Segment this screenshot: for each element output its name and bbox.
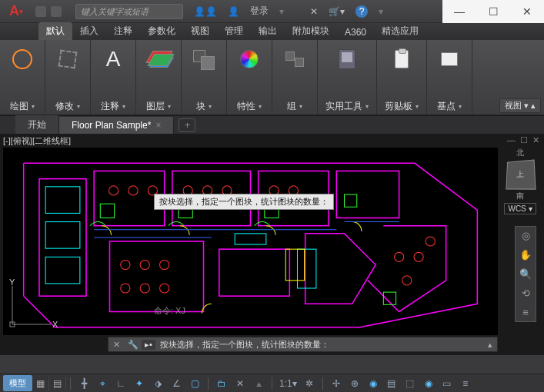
units-icon[interactable]: ◉ [364, 376, 382, 391]
panel-draw[interactable]: 绘图 [0, 40, 45, 115]
workspace-icon[interactable]: ✢ [327, 376, 345, 391]
layout-grid-icon[interactable]: ▦ [32, 377, 49, 390]
command-echo: 命令: XJ [154, 305, 185, 317]
showmotion-icon[interactable]: ≡ [522, 307, 529, 318]
cmdline-prompt-icon: ▸• [142, 340, 155, 350]
viewcube-face[interactable]: 上 [506, 160, 536, 190]
group-icon [285, 51, 304, 67]
close-icon[interactable]: × [155, 120, 161, 131]
orbit-icon[interactable]: ⟲ [522, 287, 530, 299]
ortho-toggle[interactable]: ∟ [112, 376, 130, 391]
quick-access-toolbar[interactable] [35, 6, 62, 17]
cmdline-history-icon[interactable]: ▴ [483, 340, 497, 350]
anno-toggle[interactable]: ✲ [300, 376, 319, 391]
snap-toggle[interactable]: ⌖ [93, 376, 112, 391]
tab-default[interactable]: 默认 [38, 22, 72, 40]
ribbon: 绘图 修改 A注释 图层 块 特性 组 实用工具 剪贴板 基点 视图 ▾ ▴ [0, 40, 544, 115]
tab-manage[interactable]: 管理 [217, 22, 251, 40]
file-tab-add[interactable]: + [179, 118, 195, 132]
cmdline-close-icon[interactable]: ✕ [108, 340, 125, 350]
tab-output[interactable]: 输出 [251, 22, 285, 40]
ribbon-view-dropdown[interactable]: 视图 ▾ ▴ [499, 98, 541, 113]
model-tab[interactable]: 模型 [3, 375, 32, 391]
command-line[interactable]: ✕ 🔧 ▸• 按块选择，指定一个图块，统计图块的数量： ▴ [108, 337, 498, 352]
block-icon [193, 50, 215, 68]
cmdline-config-icon[interactable]: 🔧 [125, 340, 142, 350]
tab-addins[interactable]: 附加模块 [285, 22, 337, 40]
customize-icon[interactable]: ≡ [456, 376, 475, 391]
lineweight-toggle[interactable]: 🗀 [212, 376, 231, 391]
zoom-extents-icon[interactable]: 🔍 [519, 268, 532, 280]
quickprops-icon[interactable]: ▤ [382, 376, 401, 391]
drawing-canvas[interactable] [3, 148, 498, 335]
panel-props[interactable]: 特性 [227, 40, 272, 115]
polar-toggle[interactable]: ✦ [130, 376, 149, 391]
panel-group[interactable]: 组 [272, 40, 318, 115]
cleanscreen-icon[interactable]: ▭ [438, 376, 456, 391]
svg-text:Y: Y [9, 278, 15, 287]
layout-grid2-icon[interactable]: ▤ [49, 377, 66, 390]
calculator-icon [339, 49, 355, 69]
panel-basepoint[interactable]: 基点 [427, 40, 472, 115]
qat-item[interactable] [51, 6, 62, 17]
isolate-icon[interactable]: ◉ [419, 376, 438, 391]
cycling-toggle[interactable]: ⟁ [249, 376, 268, 391]
tab-a360[interactable]: A360 [337, 25, 374, 40]
qat-item[interactable] [35, 6, 46, 17]
exchange-icon[interactable]: ✕ [310, 6, 318, 17]
help-icon[interactable]: ? [355, 5, 368, 18]
file-tab-start[interactable]: 开始 [15, 115, 59, 135]
otrack-toggle[interactable]: ∠ [167, 376, 185, 391]
ribbon-tab-strip: 默认 插入 注释 参数化 视图 管理 输出 附加模块 A360 精选应用 [0, 23, 544, 40]
clipboard-icon [395, 50, 409, 68]
panel-clipboard[interactable]: 剪贴板 [377, 40, 427, 115]
cmdline-text[interactable]: 按块选择，指定一个图块，统计图块的数量： [157, 339, 483, 350]
svg-text:X: X [52, 320, 58, 329]
binoculars-icon[interactable]: 👤👤 [194, 6, 217, 17]
tab-view[interactable]: 视图 [183, 22, 217, 40]
panel-util[interactable]: 实用工具 [318, 40, 377, 115]
search-input[interactable]: 键入关键字或短语 [75, 4, 183, 19]
grid-toggle[interactable]: ╋ [75, 376, 93, 391]
anno-scale[interactable]: 1:1▾ [276, 376, 300, 391]
viewport-label[interactable]: [-][俯视][二维线框] [3, 135, 71, 147]
app-logo[interactable]: A▾ [0, 0, 32, 23]
wcs-label[interactable]: WCS ▾ [504, 203, 536, 214]
steering-wheel-icon[interactable]: ◎ [522, 230, 530, 241]
maximize-button[interactable]: ☐ [476, 0, 510, 23]
pan-icon[interactable]: ✋ [519, 249, 532, 261]
osnap-toggle[interactable]: ▢ [185, 376, 204, 391]
file-tab-document[interactable]: Floor Plan Sample*× [59, 117, 174, 134]
minimize-button[interactable]: — [442, 0, 476, 23]
tab-featured[interactable]: 精选应用 [374, 22, 426, 40]
panel-layer[interactable]: 图层 [136, 40, 182, 115]
login-link[interactable]: 登录 [250, 5, 269, 18]
viewcube[interactable]: 北 上 南 WCS ▾ [501, 148, 539, 214]
viewport-minimize-icon[interactable]: — [507, 135, 516, 145]
tab-insert[interactable]: 插入 [72, 22, 106, 40]
circle-icon [12, 49, 32, 69]
text-icon: A [98, 45, 128, 74]
floorplan-svg [3, 148, 498, 335]
isodraft-toggle[interactable]: ⬗ [149, 376, 167, 391]
panel-annotate[interactable]: A注释 [91, 40, 136, 115]
cart-icon[interactable]: 🛒▾ [329, 6, 345, 17]
close-button[interactable]: ✕ [510, 0, 544, 23]
status-bar: 模型 ▦ ▤ ╋ ⌖ ∟ ✦ ⬗ ∠ ▢ 🗀 ✕ ⟁ 1:1▾ ✲ ✢ ⊕ ◉ … [0, 374, 544, 392]
transparency-toggle[interactable]: ✕ [231, 376, 249, 391]
base-icon [441, 52, 458, 66]
anno-monitor-icon[interactable]: ⊕ [345, 376, 364, 391]
user-icon[interactable]: 👤 [228, 6, 239, 17]
modify-icon [58, 50, 78, 69]
viewport-maximize-icon[interactable]: ☐ [520, 135, 528, 145]
tab-annotate[interactable]: 注释 [106, 22, 140, 40]
panel-modify[interactable]: 修改 [45, 40, 91, 115]
ucs-icon: X Y [5, 278, 58, 332]
panel-block[interactable]: 块 [182, 40, 227, 115]
navigation-bar[interactable]: ◎ ✋ 🔍 ⟲ ≡ [515, 226, 536, 322]
viewport-close-icon[interactable]: ✕ [532, 135, 539, 145]
properties-icon [240, 50, 259, 68]
hardware-accel-icon[interactable]: ⬚ [401, 376, 419, 391]
tab-parametric[interactable]: 参数化 [140, 22, 183, 40]
dynamic-input-tooltip: 按块选择，指定一个图块，统计图块的数量： [154, 194, 334, 210]
